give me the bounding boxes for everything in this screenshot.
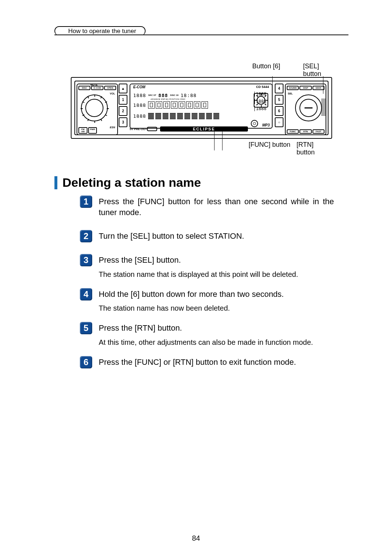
step-instruction: Press the [FUNC] or [RTN] button to exit…: [99, 357, 334, 368]
callouts-top: Button [6] [SEL] button: [71, 62, 332, 77]
heading-accent-bar: [54, 176, 57, 189]
steps-list: 1 Press the [FUNC] button for less than …: [80, 196, 334, 371]
ecom-button[interactable]: E-COM: [91, 86, 103, 90]
esn-label: ESN: [110, 126, 115, 129]
spectrum-icon: [148, 113, 219, 119]
time-indicator: 18:88: [181, 93, 197, 98]
lcd-row-3: 1888: [133, 111, 250, 121]
step-number: 6: [80, 356, 92, 368]
preset-1[interactable]: 1: [119, 95, 127, 105]
step-3: 3 Press the [SEL] button. The station na…: [80, 255, 334, 279]
seg-b: 888: [158, 93, 168, 98]
step-number: 5: [80, 322, 92, 334]
char-cells: [148, 101, 208, 109]
step-note: At this time, other adjustments can also…: [99, 337, 334, 347]
step-5: 5 Press the [RTN] button. At this time, …: [80, 323, 334, 347]
step-number: 1: [80, 195, 92, 208]
leader-line: [222, 128, 222, 150]
callout-func-button: [FUNC] button: [249, 141, 290, 149]
vol-label: VOL: [110, 92, 115, 95]
step-4: 4 Hold the [6] button down for more than…: [80, 289, 334, 314]
callout-button-6: Button [6]: [252, 62, 280, 70]
lcd-model-label: CD 5444: [256, 85, 269, 89]
lcd-tags: ADVANCE DSP EQ POSITION CSNC: [151, 98, 185, 100]
step-2: 2 Turn the [SEL] button to select STATIO…: [80, 231, 334, 245]
step-note: The station name that is displayed at th…: [99, 269, 334, 279]
preset-3[interactable]: 3: [119, 117, 127, 127]
lcd-right-readouts: 1888 1888 1888: [254, 92, 270, 111]
seg-c: 1888: [133, 102, 146, 108]
section-heading: Deleting a station name: [54, 175, 201, 190]
knob-hatch-icon: [321, 99, 326, 116]
preset-6[interactable]: 6: [275, 106, 283, 116]
rtn-button[interactable]: RTN: [299, 129, 311, 134]
step-number: 3: [80, 254, 92, 266]
header-rule: [54, 35, 348, 35]
callout-rtn-button: [RTN] button: [297, 141, 332, 156]
preset-5[interactable]: 5: [275, 95, 283, 105]
step-instruction: Hold the [6] button down for more than t…: [99, 289, 334, 300]
step-number: 4: [80, 288, 92, 300]
device-inner: MUTE DISC E-COM OPEN VOL: [74, 81, 328, 135]
step-instruction: Press the [SEL] button.: [99, 255, 334, 266]
lcd-ecom-label: E-COM: [133, 85, 145, 89]
seek-button[interactable]: SEEK: [313, 86, 324, 90]
page: How to operate the tuner Button [6] [SEL…: [0, 0, 392, 557]
step-instruction: Press the [RTN] button.: [99, 323, 334, 334]
right-control-block: SOUND DISP SEEK SEL FUNC RTN FAST: [285, 84, 326, 135]
disp-button[interactable]: DISP: [299, 86, 311, 90]
device-frame: MUTE DISC E-COM OPEN VOL: [71, 77, 332, 139]
preset-4[interactable]: 4: [275, 84, 283, 93]
disc-button[interactable]: DISC: [78, 86, 90, 90]
eject-button[interactable]: ▲: [119, 84, 127, 93]
preset-2[interactable]: 2: [119, 106, 127, 116]
src-st-indicator: SRC ST: [148, 94, 156, 96]
header-tab-text: How to operate the tuner: [68, 28, 136, 35]
lcd-row-2: 1888: [133, 101, 250, 109]
seg-a: 1888: [133, 93, 146, 98]
fast-button[interactable]: FAST: [313, 129, 324, 134]
step-instruction: Turn the [SEL] button to select STATION.: [99, 231, 334, 242]
below-lcd-strip: 5V PRE-OUT ECLIPSE: [130, 126, 273, 132]
open-button[interactable]: OPEN: [104, 86, 116, 90]
device-figure: Button [6] [SEL] button MUTE DISC E-COM …: [71, 62, 332, 156]
presets-left: ▲ 1 2 3: [119, 84, 127, 127]
pwr-button[interactable]: PWR: [88, 127, 97, 134]
seg-d: 1888: [133, 113, 146, 119]
lcd-display: E-COM CD 5444 1888 SRC ST 888 DISC 18 18…: [130, 84, 273, 129]
section-title: Deleting a station name: [62, 175, 201, 190]
sel-knob[interactable]: [295, 94, 322, 121]
presets-right: 4 5 6 ○: [275, 84, 283, 127]
callouts-bottom: [FUNC] button [RTN] button: [71, 141, 332, 156]
step-1: 1 Press the [FUNC] button for less than …: [80, 196, 334, 221]
readout-3: 1888: [254, 106, 270, 111]
lcd-row-1: 1888 SRC ST 888 DISC 18 18:88: [133, 92, 250, 99]
sel-label: SEL: [288, 92, 293, 95]
step-6: 6 Press the [FUNC] or [RTN] button to ex…: [80, 357, 334, 371]
eject-slot-icon: [147, 127, 157, 131]
volume-knob[interactable]: [81, 94, 108, 121]
disc-indicator: DISC 18: [170, 94, 179, 96]
callout-sel-button: [SEL] button: [303, 62, 332, 78]
step-number: 2: [80, 230, 92, 242]
brand-label: ECLIPSE: [160, 126, 248, 132]
step-note: The station name has now been deleted.: [99, 303, 334, 313]
page-number: 84: [0, 534, 392, 542]
preset-dot[interactable]: ○: [275, 117, 283, 127]
readout-1: 1888: [254, 92, 270, 97]
preout-label: 5V PRE-OUT: [130, 128, 147, 131]
left-control-block: MUTE DISC E-COM OPEN VOL: [77, 84, 118, 135]
fm-am-button[interactable]: FM AM: [78, 127, 87, 134]
leader-line: [214, 128, 215, 150]
readout-2: 1888: [254, 99, 270, 104]
step-instruction: Press the [FUNC] button for less than on…: [99, 196, 334, 218]
func-button[interactable]: FUNC: [287, 129, 299, 134]
sound-button[interactable]: SOUND: [287, 86, 299, 90]
